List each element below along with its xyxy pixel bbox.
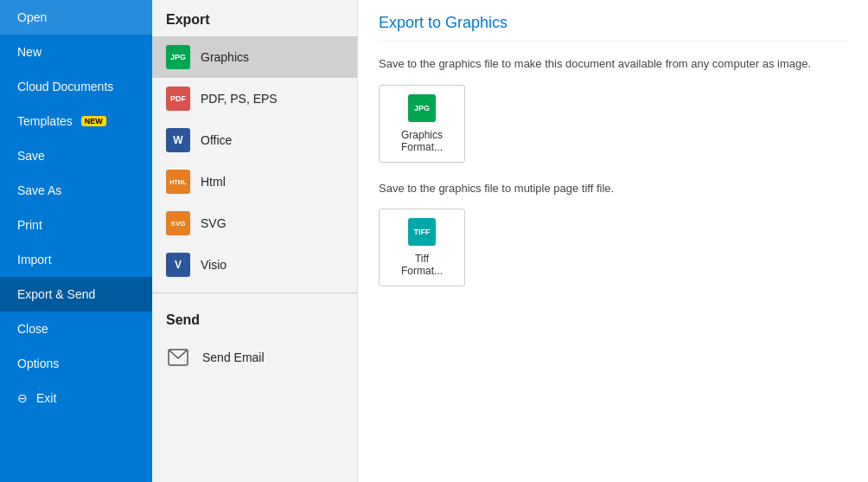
jpg-icon: JPG [166,45,190,69]
format-tiff-icon: TIFF [408,218,436,246]
svg-icon: SVG [166,211,190,235]
pdf-icon: PDF [166,87,190,111]
sidebar-item-label: Import [17,253,52,267]
export-item-pdf[interactable]: PDF PDF, PS, EPS [152,78,357,119]
sidebar-item-import[interactable]: Import [0,242,152,277]
sidebar-item-new[interactable]: New [0,35,152,69]
export-section-title: Export [152,0,357,36]
right-panel-title: Export to Graphics [379,14,847,42]
format-cards-tiff: TIFF TiffFormat... [379,209,847,286]
sidebar-item-label: Save [17,149,45,163]
sidebar: Open New Cloud Documents Templates NEW S… [0,0,152,482]
sidebar-item-templates[interactable]: Templates NEW [0,104,152,138]
export-item-office[interactable]: W Office [152,119,357,161]
sidebar-item-exit[interactable]: ⊖ Exit [0,381,152,415]
export-item-html[interactable]: HTML Html [152,161,357,202]
export-item-visio[interactable]: V Visio [152,244,357,286]
sidebar-item-label: Export & Send [17,287,95,301]
sidebar-item-cloud[interactable]: Cloud Documents [0,69,152,104]
export-item-label: PDF, PS, EPS [201,92,278,106]
sidebar-item-print[interactable]: Print [0,208,152,242]
export-item-graphics[interactable]: JPG Graphics [152,36,357,78]
send-section-title: Send [152,300,357,337]
sidebar-item-label: Exit [36,391,56,405]
sidebar-item-export-send[interactable]: Export & Send [0,277,152,312]
export-desc-1: Save to the graphics file to make this d… [379,55,847,73]
sidebar-item-label: Save As [17,183,61,197]
format-jpg-icon: JPG [408,94,436,122]
format-card-label: TiffFormat... [401,253,443,277]
format-cards-graphics: JPG GraphicsFormat... [379,85,847,163]
sidebar-item-save-as[interactable]: Save As [0,173,152,208]
sidebar-item-label: Templates [17,114,73,128]
send-email-item[interactable]: Send Email [152,337,357,378]
export-item-label: Graphics [201,50,249,64]
send-email-label: Send Email [202,350,265,364]
export-item-label: Html [201,175,226,189]
sidebar-item-label: New [17,45,41,59]
email-icon [166,345,190,370]
export-item-svg[interactable]: SVG SVG [152,202,357,244]
sidebar-item-label: Print [17,218,42,232]
sidebar-item-open[interactable]: Open [0,0,152,35]
middle-panel: Export JPG Graphics PDF PDF, PS, EPS W O… [152,0,358,482]
sidebar-item-label: Close [17,322,48,336]
word-icon: W [166,128,190,152]
export-item-label: SVG [201,216,227,230]
tiff-format-card[interactable]: TIFF TiffFormat... [379,209,465,286]
html-icon: HTML [166,170,190,194]
format-card-label: GraphicsFormat... [401,129,443,153]
right-panel: Export to Graphics Save to the graphics … [358,0,868,482]
visio-icon: V [166,253,190,277]
panel-divider [152,292,357,293]
sidebar-item-label: Open [17,10,47,24]
sidebar-item-label: Cloud Documents [17,80,113,93]
export-item-label: Visio [201,258,227,272]
export-item-label: Office [201,133,232,147]
sidebar-item-label: Options [17,357,59,370]
sidebar-item-close[interactable]: Close [0,312,152,346]
sidebar-item-save[interactable]: Save [0,138,152,173]
exit-icon: ⊖ [17,391,28,405]
new-badge: NEW [81,116,106,126]
sidebar-item-options[interactable]: Options [0,346,152,381]
export-desc-2: Save to the graphics file to mutiple pag… [379,180,847,197]
graphics-format-card[interactable]: JPG GraphicsFormat... [379,85,465,163]
